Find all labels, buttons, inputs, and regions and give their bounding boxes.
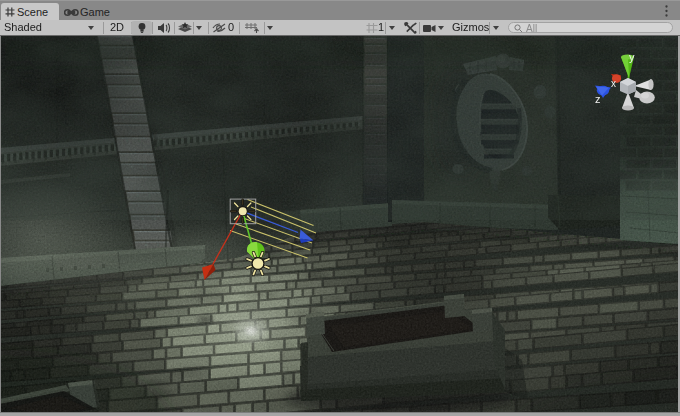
svg-text:y: y xyxy=(629,51,635,63)
svg-text:z: z xyxy=(595,93,601,105)
svg-text:x: x xyxy=(611,78,616,89)
